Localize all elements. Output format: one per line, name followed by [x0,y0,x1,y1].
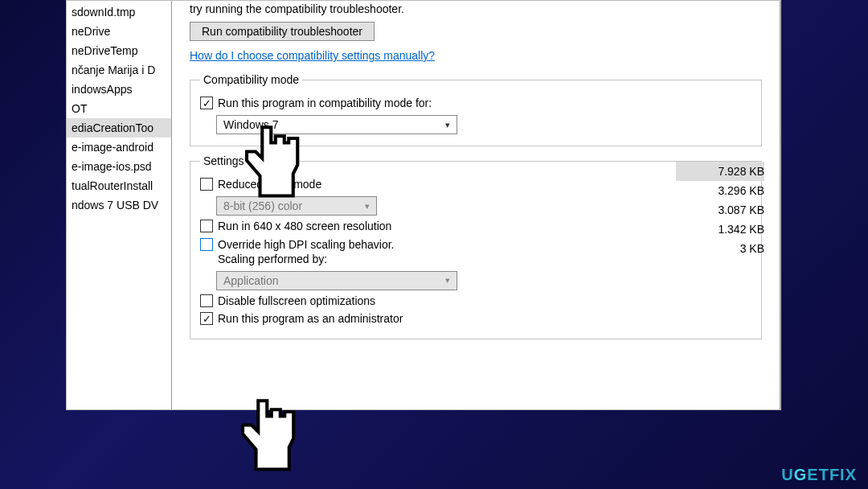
chevron-down-icon: ▾ [365,201,370,212]
color-mode-value: 8-bit (256) color [223,199,302,212]
compat-os-value: Windows 7 [223,118,278,131]
fullscreen-opt-checkbox[interactable] [200,294,213,307]
size-value: 3.296 KB [676,181,764,200]
run-troubleshooter-button[interactable]: Run compatibility troubleshooter [190,22,375,41]
chevron-down-icon: ▾ [445,275,450,286]
hint-text: try running the compatibility troublesho… [190,2,762,15]
size-value: 3 KB [676,239,764,258]
reduced-color-label: Reduced color mode [218,177,321,191]
dpi-override-checkbox[interactable] [200,238,213,251]
file-list: sdownId.tmp neDrive neDriveTemp nčanje M… [67,1,171,409]
file-size-column: 7.928 KB 3.296 KB 3.087 KB 1.342 KB 3 KB [676,162,780,258]
file-item[interactable]: neDrive [67,22,171,41]
dpi-scaling-value: Application [223,274,279,287]
file-item[interactable]: ndows 7 USB DV [67,195,171,215]
file-item[interactable]: e-image-ios.psd [67,157,171,176]
file-item[interactable]: OT [67,99,171,118]
help-link[interactable]: How do I choose compatibility settings m… [190,49,435,62]
group-legend: Settings [200,154,248,167]
fullscreen-opt-label: Disable fullscreen optimizations [218,294,375,308]
size-value: 7.928 KB [676,162,764,181]
compatibility-mode-group: Compatibility mode ✓ Run this program in… [190,73,762,146]
file-item[interactable]: nčanje Marija i D [67,60,171,80]
chevron-down-icon: ▾ [445,120,450,130]
file-item[interactable]: sdownId.tmp [67,2,171,22]
size-value: 1.342 KB [676,220,764,239]
dpi-override-label: Override high DPI scaling behavior. Scal… [218,237,394,266]
file-item[interactable]: e-image-android [67,138,171,157]
file-item[interactable]: indowsApps [67,80,171,99]
dpi-scaling-select: Application ▾ [216,271,457,290]
explorer-properties-window: sdownId.tmp neDrive neDriveTemp nčanje M… [66,0,781,410]
compat-mode-label: Run this program in compatibility mode f… [218,96,432,110]
file-item-selected[interactable]: ediaCreationToo [67,118,171,138]
run-as-admin-checkbox[interactable]: ✓ [200,312,213,325]
resolution-label: Run in 640 x 480 screen resolution [218,219,391,233]
compat-os-select[interactable]: Windows 7 ▾ [216,115,457,134]
run-as-admin-label: Run this program as an administrator [218,311,403,326]
resolution-checkbox[interactable] [200,220,213,232]
reduced-color-checkbox[interactable] [200,178,213,191]
file-item[interactable]: neDriveTemp [67,41,171,60]
group-legend: Compatibility mode [200,73,302,86]
color-mode-select: 8-bit (256) color ▾ [216,196,377,216]
compat-mode-checkbox[interactable]: ✓ [200,97,213,109]
file-item[interactable]: tualRouterInstall [67,176,171,195]
size-value: 3.087 KB [676,200,764,220]
watermark: UGETFIX [781,466,857,484]
